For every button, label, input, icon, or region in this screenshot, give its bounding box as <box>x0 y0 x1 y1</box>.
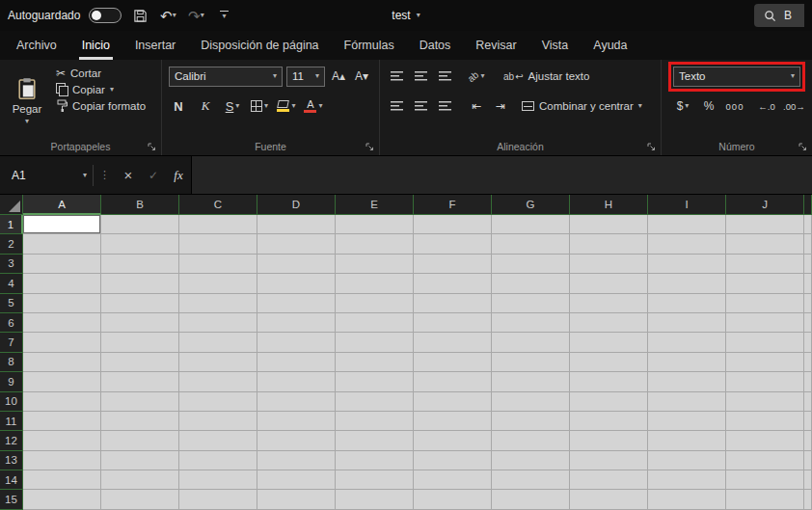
cell-a15[interactable] <box>23 490 101 509</box>
cell-e3[interactable] <box>336 255 414 274</box>
cell-h4[interactable] <box>570 274 648 293</box>
cell-j14[interactable] <box>726 470 804 490</box>
cell-i3[interactable] <box>648 255 726 274</box>
font-dialog-launcher[interactable] <box>364 141 375 152</box>
cell-i10[interactable] <box>648 392 726 412</box>
cell-i8[interactable] <box>648 353 726 372</box>
cell-b15[interactable] <box>101 490 179 509</box>
row-header-3[interactable]: 3 <box>0 255 23 274</box>
row-header-1[interactable]: 1 <box>0 215 23 234</box>
cell-i12[interactable] <box>648 431 726 450</box>
cell-j12[interactable] <box>726 431 804 450</box>
cell-c2[interactable] <box>179 234 257 254</box>
cell-f14[interactable] <box>414 470 492 490</box>
cell-h14[interactable] <box>570 470 648 490</box>
cell-e1[interactable] <box>336 215 414 234</box>
cell-f9[interactable] <box>414 372 492 391</box>
column-header-d[interactable]: D <box>257 195 336 215</box>
borders-button[interactable]: ▾ <box>250 95 269 117</box>
save-button[interactable] <box>130 4 149 27</box>
cell-b14[interactable] <box>101 470 179 490</box>
cell-b9[interactable] <box>101 372 179 391</box>
decrease-indent-button[interactable]: ⇤ <box>467 95 486 117</box>
row-header-4[interactable]: 4 <box>0 274 23 293</box>
tab-vista[interactable]: Vista <box>529 31 582 60</box>
fill-color-button[interactable]: ▾ <box>277 95 296 117</box>
cell-a4[interactable] <box>23 274 101 293</box>
cell-a12[interactable] <box>23 431 101 450</box>
cell-j3[interactable] <box>726 255 804 274</box>
cell-g9[interactable] <box>492 372 570 391</box>
align-left-button[interactable] <box>387 95 406 117</box>
cell-i1[interactable] <box>648 215 726 234</box>
cell-d11[interactable] <box>257 412 336 431</box>
cell-i2[interactable] <box>648 234 726 254</box>
cell-c15[interactable] <box>179 490 257 509</box>
increase-indent-button[interactable]: ⇥ <box>491 95 510 117</box>
cell-e2[interactable] <box>336 234 414 254</box>
format-painter-button[interactable]: Copiar formato <box>53 98 149 113</box>
cell-j4[interactable] <box>726 274 804 293</box>
align-right-button[interactable] <box>435 95 454 117</box>
alignment-dialog-launcher[interactable] <box>645 141 657 152</box>
copy-button[interactable]: Copiar ▾ <box>53 82 149 96</box>
cell-d6[interactable] <box>257 313 336 333</box>
column-header-c[interactable]: C <box>179 195 257 215</box>
cell-c4[interactable] <box>179 274 257 293</box>
cell-d2[interactable] <box>257 234 336 254</box>
cell-f1[interactable] <box>414 215 492 234</box>
column-header-h[interactable]: H <box>570 195 648 215</box>
tab-inicio[interactable]: Inicio <box>69 31 122 60</box>
cell-g4[interactable] <box>492 274 570 293</box>
cell-e15[interactable] <box>336 490 414 509</box>
cell-b3[interactable] <box>101 255 179 274</box>
tab-disposici-n-de-p-gina[interactable]: Disposición de página <box>188 31 331 60</box>
cell-e6[interactable] <box>336 313 414 333</box>
cell-b6[interactable] <box>101 313 179 333</box>
cell-a9[interactable] <box>23 372 101 391</box>
tab-datos[interactable]: Datos <box>407 31 464 60</box>
cell-i4[interactable] <box>648 274 726 293</box>
row-header-2[interactable]: 2 <box>0 234 23 254</box>
cell-h1[interactable] <box>570 215 648 234</box>
cell-g7[interactable] <box>492 333 570 352</box>
cell-a1[interactable] <box>23 215 101 234</box>
cell-j13[interactable] <box>726 451 804 470</box>
cell-i7[interactable] <box>648 333 726 352</box>
cell-e11[interactable] <box>336 412 414 431</box>
cell-h2[interactable] <box>570 234 648 254</box>
cell-e4[interactable] <box>336 274 414 293</box>
cell-h3[interactable] <box>570 255 648 274</box>
comma-style-button[interactable]: 000 <box>725 95 744 117</box>
cell-g2[interactable] <box>492 234 570 254</box>
cell-a10[interactable] <box>23 392 101 412</box>
cell-b4[interactable] <box>101 274 179 293</box>
cell-f7[interactable] <box>414 333 492 352</box>
cell-c5[interactable] <box>179 294 257 313</box>
tab-revisar[interactable]: Revisar <box>463 31 528 60</box>
autosave-toggle[interactable] <box>89 8 122 23</box>
cell-f2[interactable] <box>414 234 492 254</box>
tab-archivo[interactable]: Archivo <box>4 31 69 60</box>
cell-a8[interactable] <box>23 353 101 372</box>
accounting-format-button[interactable]: $ ▾ <box>673 95 692 117</box>
cell-e10[interactable] <box>336 392 414 412</box>
cell-i5[interactable] <box>648 294 726 313</box>
row-header-8[interactable]: 8 <box>0 353 23 372</box>
underline-button[interactable]: S ▾ <box>223 95 242 117</box>
cell-g3[interactable] <box>492 255 570 274</box>
paste-button[interactable]: Pegar ▾ <box>7 65 47 136</box>
cell-e14[interactable] <box>336 470 414 490</box>
cell-f11[interactable] <box>414 412 492 431</box>
cell-c7[interactable] <box>179 333 257 352</box>
cell-h12[interactable] <box>570 431 648 450</box>
cell-e9[interactable] <box>336 372 414 391</box>
decrease-decimal-button[interactable]: .00→ <box>783 95 805 117</box>
row-header-13[interactable]: 13 <box>0 451 23 470</box>
cell-a6[interactable] <box>23 313 101 333</box>
cell-d14[interactable] <box>257 470 336 490</box>
cell-a3[interactable] <box>23 255 101 274</box>
number-format-combobox[interactable]: Texto ▾ <box>673 67 800 87</box>
cell-i6[interactable] <box>648 313 726 333</box>
cell-h10[interactable] <box>570 392 648 412</box>
